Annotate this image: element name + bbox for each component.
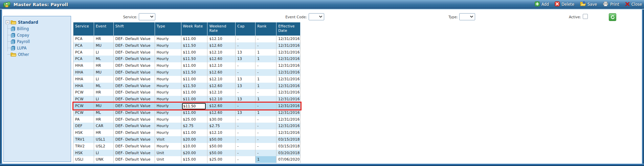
add-button[interactable]: Add bbox=[535, 1, 549, 8]
cell-cap[interactable]: 13 bbox=[236, 96, 256, 103]
cell-service[interactable]: PCW bbox=[73, 109, 94, 116]
cell-weekend-rate[interactable]: $12.60 bbox=[207, 83, 236, 89]
cell-weekend-rate[interactable]: $12.10 bbox=[207, 62, 236, 69]
cell-shift[interactable]: DEF- Default Value bbox=[114, 42, 155, 49]
cell-rank[interactable]: - bbox=[256, 103, 276, 109]
cell-weekend-rate[interactable]: $12.60 bbox=[207, 56, 236, 62]
cell-type[interactable]: Hourly bbox=[155, 36, 181, 42]
cell-effective-date[interactable]: 12/31/2016 bbox=[276, 123, 301, 129]
cell-rank[interactable]: 1 bbox=[256, 56, 276, 62]
cell-cap[interactable]: - bbox=[236, 129, 256, 136]
cell-shift[interactable]: DEF- Default Value bbox=[114, 103, 155, 109]
cell-event[interactable]: LI bbox=[94, 49, 114, 56]
cell-shift[interactable]: DEF- Default Value bbox=[114, 109, 155, 116]
cell-shift[interactable]: DEF- Default Value bbox=[114, 49, 155, 56]
cell-type[interactable]: Hourly bbox=[155, 76, 181, 83]
tree-label-standard[interactable]: Standard bbox=[18, 20, 38, 25]
cell-week-rate[interactable]: $15.00 bbox=[181, 156, 208, 163]
cell-type[interactable]: Hourly bbox=[155, 62, 181, 69]
table-row[interactable]: PCALIDEF- Default ValueHourly$11.00$12.1… bbox=[73, 49, 301, 56]
table-row[interactable]: PCAMUDEF- Default ValueHourly$11.50$12.6… bbox=[73, 42, 301, 49]
cell-shift[interactable]: DEF- Default Value bbox=[114, 36, 155, 42]
cell-rank[interactable]: 1 bbox=[256, 49, 276, 56]
cell-cap[interactable]: - bbox=[236, 42, 256, 49]
cell-shift[interactable]: DEF- Default Value bbox=[114, 76, 155, 83]
cell-week-rate[interactable]: $25.00 bbox=[181, 116, 208, 123]
cell-effective-date[interactable]: 07/06/2020 bbox=[276, 156, 301, 163]
event-code-filter-dropdown[interactable] bbox=[309, 13, 324, 20]
cell-event[interactable]: CAR bbox=[94, 123, 114, 129]
cell-shift[interactable]: DEF- Default Value bbox=[114, 143, 155, 150]
cell-week-rate[interactable]: $11.00 bbox=[181, 89, 208, 96]
cell-effective-date[interactable]: 12/31/2016 bbox=[276, 56, 301, 62]
cell-rank[interactable]: 1 bbox=[256, 156, 276, 163]
cell-effective-date[interactable]: 12/31/2016 bbox=[276, 116, 301, 123]
cell-weekend-rate[interactable]: $12.60 bbox=[207, 109, 236, 116]
cell-effective-date[interactable]: 12/31/2016 bbox=[276, 83, 301, 89]
table-row[interactable]: USLIUNKDEF- Default ValueUnit$15.00$25.0… bbox=[73, 156, 301, 163]
cell-week-rate[interactable]: $11.00 bbox=[181, 96, 208, 103]
cell-type[interactable]: Hourly bbox=[155, 83, 181, 89]
table-row[interactable]: PCAMLDEF- Default ValueHourly$11.50$12.6… bbox=[73, 56, 301, 62]
table-row[interactable]: PCWHRDEF- Default ValueHourly$11.00$12.1… bbox=[73, 89, 301, 96]
cell-effective-date[interactable]: 12/31/2016 bbox=[276, 49, 301, 56]
cell-shift[interactable]: DEF- Default Value bbox=[114, 129, 155, 136]
tree-node-lupa[interactable]: LUPA bbox=[8, 45, 69, 51]
cell-type[interactable]: Unit bbox=[155, 156, 181, 163]
cell-cap[interactable]: - bbox=[236, 136, 256, 143]
cell-cap[interactable]: - bbox=[236, 116, 256, 123]
print-button[interactable]: Print bbox=[603, 1, 619, 8]
cell-service[interactable]: PCW bbox=[73, 103, 94, 109]
cell-service[interactable]: DEF bbox=[73, 123, 94, 129]
cell-weekend-rate[interactable]: $12.10 bbox=[207, 76, 236, 83]
cell-service[interactable]: HHA bbox=[73, 69, 94, 76]
cell-cap[interactable]: 13 bbox=[236, 83, 256, 89]
cell-effective-date[interactable]: 12/31/2016 bbox=[276, 109, 301, 116]
cell-rank[interactable]: - bbox=[256, 150, 276, 157]
cell-weekend-rate[interactable]: $30.00 bbox=[207, 116, 236, 123]
cell-service[interactable]: HHA bbox=[73, 83, 94, 89]
cell-type[interactable]: Hourly bbox=[155, 49, 181, 56]
cell-weekend-rate[interactable]: $12.60 bbox=[207, 42, 236, 49]
cell-shift[interactable]: DEF- Default Value bbox=[114, 96, 155, 103]
cell-rank[interactable]: - bbox=[256, 62, 276, 69]
cell-effective-date[interactable]: 12/31/2016 bbox=[276, 96, 301, 103]
cell-weekend-rate[interactable]: $12.10 bbox=[207, 129, 236, 136]
cell-weekend-rate[interactable]: $12.10 bbox=[207, 96, 236, 103]
cell-service[interactable]: HHA bbox=[73, 76, 94, 83]
cell-event[interactable]: MU bbox=[94, 69, 114, 76]
cell-effective-date[interactable]: 03/15/2018 bbox=[276, 136, 301, 143]
cell-rank[interactable]: - bbox=[256, 36, 276, 42]
collapse-icon[interactable] bbox=[6, 20, 9, 24]
active-checkbox[interactable] bbox=[583, 14, 588, 19]
cell-week-rate[interactable]: $11.00 bbox=[181, 62, 208, 69]
cell-type[interactable]: Hourly bbox=[155, 103, 181, 109]
cell-effective-date[interactable]: 12/31/2016 bbox=[276, 89, 301, 96]
table-row[interactable]: DEFCARDEF- Default ValueHourly$2.75$2.75… bbox=[73, 123, 301, 129]
cell-type[interactable]: Visit bbox=[155, 136, 181, 143]
cell-event[interactable]: MU bbox=[94, 42, 114, 49]
cell-type[interactable]: Hourly bbox=[155, 56, 181, 62]
cell-rank[interactable]: - bbox=[256, 69, 276, 76]
cell-type[interactable]: Hourly bbox=[155, 129, 181, 136]
cell-cap[interactable]: - bbox=[236, 69, 256, 76]
cell-shift[interactable]: DEF- Default Value bbox=[114, 69, 155, 76]
cell-week-rate[interactable]: $11.50 bbox=[181, 42, 208, 49]
cell-weekend-rate[interactable]: $50.00 bbox=[207, 136, 236, 143]
cell-event[interactable]: HR bbox=[94, 116, 114, 123]
cell-effective-date[interactable]: 03/20/2018 bbox=[276, 150, 301, 157]
cell-shift[interactable]: DEF- Default Value bbox=[114, 123, 155, 129]
cell-shift[interactable]: DEF- Default Value bbox=[114, 156, 155, 163]
cell-rank[interactable]: - bbox=[256, 143, 276, 150]
cell-rank[interactable]: - bbox=[256, 42, 276, 49]
table-row[interactable]: PCWMUDEF- Default ValueHourly$12.60--12/… bbox=[73, 103, 301, 109]
cell-weekend-rate[interactable]: $25.00 bbox=[207, 156, 236, 163]
cell-week-rate[interactable]: $11.00 bbox=[181, 76, 208, 83]
tree-label-billing[interactable]: Billing bbox=[17, 26, 29, 31]
cell-rank[interactable]: - bbox=[256, 129, 276, 136]
cell-rank[interactable]: 1 bbox=[256, 109, 276, 116]
cell-service[interactable]: TRV1 bbox=[73, 136, 94, 143]
cell-weekend-rate[interactable]: $2.75 bbox=[207, 123, 236, 129]
cell-shift[interactable]: DEF- Default Value bbox=[114, 89, 155, 96]
cell-cap[interactable]: 13 bbox=[236, 49, 256, 56]
